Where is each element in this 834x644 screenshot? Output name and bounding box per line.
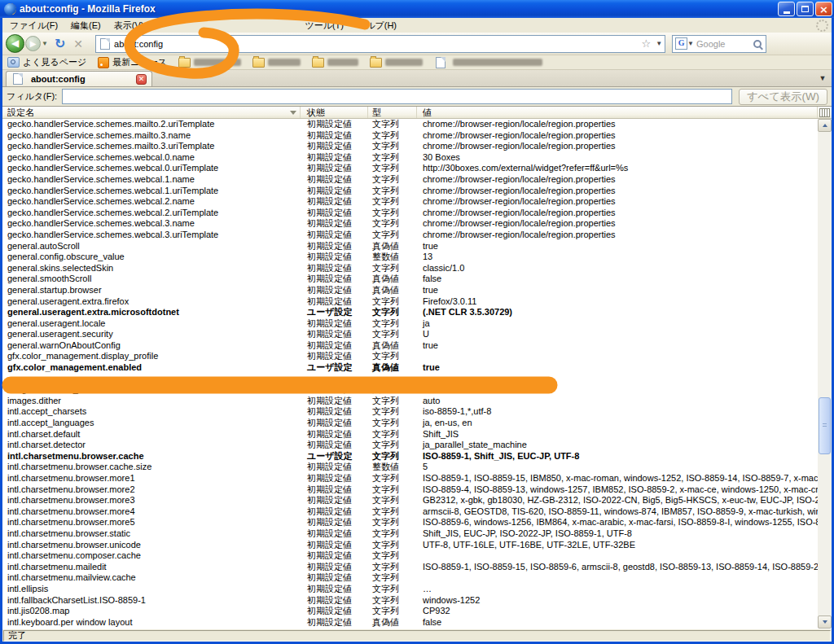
pref-row[interactable]: intl.jis0208.map初期設定値文字列CP932: [2, 606, 818, 617]
pref-row[interactable]: gecko.handlerService.schemes.mailto.3.na…: [2, 130, 818, 142]
pref-row[interactable]: intl.charset.default初期設定値文字列Shift_JIS: [2, 429, 818, 440]
pref-row[interactable]: intl.charsetmenu.browser.static初期設定値文字列S…: [2, 528, 818, 540]
pref-row[interactable]: gecko.handlerService.schemes.webcal.1.na…: [2, 174, 818, 186]
bookmark-item-0[interactable]: よく見るページ: [7, 56, 86, 68]
bookmark-item-redacted[interactable]: [312, 58, 358, 68]
pref-row[interactable]: gecko.handlerService.schemes.mailto.2.ur…: [2, 119, 818, 130]
show-all-button[interactable]: すべて表示(W): [739, 89, 827, 105]
pref-row[interactable]: gfx.color_management.display_profile初期設定…: [2, 351, 818, 362]
history-dropdown-icon[interactable]: ▼: [42, 40, 48, 47]
pref-row[interactable]: gecko.handlerService.schemes.webcal.3.na…: [2, 218, 818, 230]
pref-row[interactable]: intl.keyboard.per window layout初期設定値真偽値f…: [2, 617, 818, 629]
pref-row[interactable]: intl.charsetmenu.browser.more4初期設定値文字列ar…: [2, 506, 818, 518]
menu-item-2[interactable]: 表示(V): [108, 18, 151, 33]
pref-row[interactable]: general.useragent.extra.microsoftdotnetユ…: [2, 307, 818, 318]
search-placeholder[interactable]: Google: [696, 39, 753, 49]
pref-row[interactable]: intl.charsetmenu.mailedit初期設定値文字列ISO-885…: [2, 562, 818, 573]
pref-row[interactable]: gecko.handlerService.schemes.webcal.1.ur…: [2, 186, 818, 197]
engine-dropdown-icon[interactable]: ▼: [687, 40, 694, 47]
pref-row[interactable]: intl.charset.detector初期設定値文字列ja_parallel…: [2, 440, 818, 451]
redacted-bookmark-label: [385, 59, 423, 66]
pref-row[interactable]: intl.charsetmenu.browser.more5初期設定値文字列IS…: [2, 517, 818, 528]
filter-input[interactable]: [62, 89, 732, 104]
location-bar[interactable]: about:config ☆ ▼: [95, 35, 665, 53]
all-tabs-dropdown[interactable]: ▼: [816, 72, 829, 85]
search-icon[interactable]: [753, 40, 762, 48]
minimize-button[interactable]: [778, 2, 795, 16]
url-text[interactable]: about:config: [114, 39, 641, 49]
menu-item-0[interactable]: ファイル(F): [3, 18, 64, 33]
pref-row[interactable]: intl.charsetmenu.mailview.cache初期設定値文字列: [2, 572, 818, 584]
pref-row[interactable]: general.config.obscure_value初期設定値整数値13: [2, 252, 818, 263]
pref-row[interactable]: general.useragent.locale初期設定値文字列ja: [2, 318, 818, 330]
pref-row[interactable]: general.useragent.security初期設定値文字列U: [2, 329, 818, 340]
pref-row[interactable]: images.dither初期設定値文字列auto: [2, 396, 818, 407]
bookmark-item-redacted[interactable]: [252, 58, 301, 68]
column-header-value[interactable]: 値: [417, 107, 818, 118]
menu-item-1[interactable]: 編集(E): [64, 18, 108, 33]
pref-type-cell: 文字列: [368, 384, 417, 396]
bookmark-item-redacted[interactable]: [370, 58, 423, 68]
pref-row[interactable]: gecko.handlerService.schemes.webcal.0.na…: [2, 152, 818, 164]
menu-item-5[interactable]: ヘルプ(H): [350, 18, 403, 33]
pref-row[interactable]: gecko.handlerService.schemes.webcal.0.ur…: [2, 163, 818, 174]
pref-row[interactable]: intl.charsetmenu.browser.more2初期設定値文字列IS…: [2, 484, 818, 496]
scrollbar-thumb[interactable]: [819, 397, 831, 454]
pref-row[interactable]: [2, 374, 818, 385]
scroll-down-button[interactable]: [818, 616, 832, 629]
pref-row[interactable]: gecko.handlerService.schemes.webcal.2.ur…: [2, 208, 818, 219]
pref-row[interactable]: general.startup.browser初期設定値真偽値true: [2, 285, 818, 296]
pref-row[interactable]: gecko.handlerService.schemes.webcal.2.na…: [2, 196, 818, 208]
pref-row[interactable]: general.smoothScroll初期設定値真偽値false: [2, 274, 818, 285]
pref-row[interactable]: intl.charsetmenu.composer.cache初期設定値文字列: [2, 550, 818, 562]
column-header-name[interactable]: 設定名: [2, 107, 301, 118]
pref-name-cell: intl.charsetmenu.browser.more5: [2, 517, 301, 528]
column-picker-button[interactable]: [818, 107, 832, 118]
tab-about-config[interactable]: about:config ✕: [6, 71, 152, 86]
tab-close-button[interactable]: ✕: [136, 74, 147, 85]
pref-row[interactable]: general.warnOnAboutConfig初期設定値真偽値true: [2, 340, 818, 352]
stop-button[interactable]: ✕: [73, 37, 83, 50]
google-engine-icon[interactable]: G: [675, 37, 687, 50]
pref-row[interactable]: intl.accept_languages初期設定値文字列ja, en-us, …: [2, 418, 818, 429]
pref-row[interactable]: gecko.handlerService.schemes.mailto.3.ur…: [2, 141, 818, 152]
pref-name-cell: general.useragent.extra.microsoftdotnet: [2, 307, 301, 318]
scroll-up-button[interactable]: [818, 119, 832, 132]
bookmark-item-redacted[interactable]: [178, 58, 241, 68]
maximize-icon: [801, 6, 809, 12]
pref-row[interactable]: gecko.handlerService.schemes.webcal.3.ur…: [2, 230, 818, 241]
menu-item-4[interactable]: ツール(T): [298, 18, 350, 33]
back-button[interactable]: ◀: [6, 34, 24, 53]
urlbar-dropdown-icon[interactable]: ▼: [656, 40, 662, 47]
close-button[interactable]: ×: [815, 2, 832, 16]
pref-row[interactable]: intl.charsetmenu.browser.cacheユーザ設定文字列IS…: [2, 451, 818, 462]
pref-row[interactable]: intl.charsetmenu.browser.unicode初期設定値文字列…: [2, 540, 818, 551]
pref-row[interactable]: general.skins.selectedSkin初期設定値文字列classi…: [2, 263, 818, 274]
pref-value-cell: false: [417, 617, 818, 629]
pref-row[interactable]: general.useragent.extra.firefox初期設定値文字列F…: [2, 296, 818, 308]
pref-row[interactable]: intl.fallbackCharsetList.ISO-8859-1初期設定値…: [2, 595, 818, 607]
pref-status-cell: ユーザ設定: [301, 362, 368, 374]
pref-row[interactable]: intl.accept_charsets初期設定値文字列iso-8859-1,*…: [2, 406, 818, 418]
column-header-status[interactable]: 状態: [301, 107, 368, 118]
maximize-button[interactable]: [797, 2, 814, 16]
pref-row[interactable]: intl.ellipsis初期設定値文字列…: [2, 584, 818, 595]
column-header-type[interactable]: 型: [368, 107, 417, 118]
pref-row[interactable]: general.autoScroll初期設定値真偽値true: [2, 241, 818, 252]
pref-row[interactable]: gfx.color_management.enabledユーザ設定真偽値true: [2, 362, 818, 374]
reload-button[interactable]: ↻: [55, 37, 65, 50]
pref-name-cell: gecko.handlerService.schemes.mailto.3.na…: [2, 130, 301, 142]
bookmark-item-1[interactable]: 最新ニュース: [98, 56, 167, 68]
bookmark-item-redacted[interactable]: [434, 57, 542, 68]
pref-value-cell: 5: [417, 462, 818, 473]
pref-row[interactable]: intl.charsetmenu.browser.more1初期設定値文字列IS…: [2, 473, 818, 484]
pref-row[interactable]: intl.charsetmenu.browser.cache.size初期設定値…: [2, 462, 818, 473]
pref-row[interactable]: intl.charsetmenu.browser.more3初期設定値文字列GB…: [2, 495, 818, 506]
bookmark-star-icon[interactable]: ☆: [641, 38, 651, 49]
status-panel: 完了: [3, 630, 831, 642]
pref-row[interactable]: image.animation_mode初期設定値文字列: [2, 384, 818, 396]
pref-type-cell: 文字列: [368, 141, 417, 152]
search-bar[interactable]: G ▼ Google: [672, 35, 766, 53]
vertical-scrollbar[interactable]: [818, 119, 832, 629]
forward-button[interactable]: ▶: [25, 36, 41, 51]
